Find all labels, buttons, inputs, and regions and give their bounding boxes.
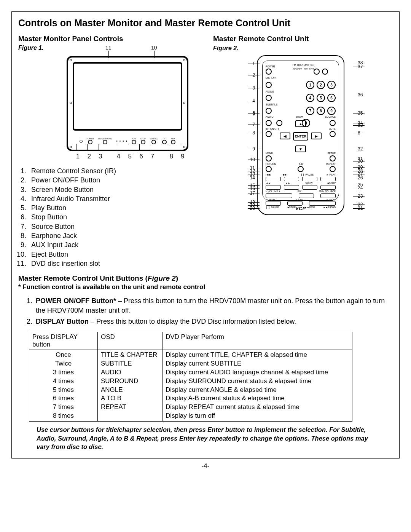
- monitor-outer: POWER SCREEN MODE • • • • PLAY STOP SOUR…: [67, 56, 188, 151]
- remote-button-desc-list: POWER ON/OFF Button* – Press this button…: [27, 296, 393, 326]
- left-column: Master Monitor Panel Controls Figure 1. …: [18, 32, 198, 268]
- list-item: DISPLAY Button – Press this button to di…: [34, 317, 393, 326]
- list-item: Power ON/OFF Button: [28, 176, 198, 185]
- display-table: Press DISPLAY button OSD DVD Player Perf…: [29, 332, 352, 422]
- dpad: ▲ ◀ ▶ ▼ ENTER: [280, 123, 322, 150]
- callout-11: 11: [105, 45, 112, 51]
- monitor-button-row: POWER SCREEN MODE • • • • PLAY STOP SOUR…: [80, 138, 175, 144]
- remote-panel: POWER FM TRANSMITTER ON/OFF SELECT: [262, 61, 339, 201]
- monitor-screen: [73, 62, 182, 131]
- monitor-heading: Master Monitor Panel Controls: [18, 35, 198, 43]
- monitor-controls-list: Remote Control Sensor (IR) Power ON/OFF …: [20, 166, 198, 268]
- list-item: Eject Button: [28, 250, 198, 259]
- callout-10: 10: [151, 45, 157, 51]
- list-item: Play Button: [28, 203, 198, 212]
- list-item: Screen Mode Button: [28, 185, 198, 194]
- remote-heading: Master Remote Control Unit: [213, 35, 393, 43]
- function-note: * Function control is available on the u…: [18, 283, 393, 291]
- page-frame: Controls on Master Monitor and Master Re…: [11, 11, 400, 459]
- remote-figure: POWER FM TRANSMITTER ON/OFF SELECT: [221, 52, 392, 220]
- remote-buttons-heading: Master Remote Control Unit Buttons (Figu…: [18, 274, 393, 283]
- right-column: Master Remote Control Unit Figure 2. POW…: [213, 32, 393, 268]
- list-item: POWER ON/OFF Button* – Press this button…: [34, 296, 393, 315]
- page-number: -4-: [11, 462, 400, 470]
- list-item: Earphone Jack: [28, 231, 198, 240]
- list-item: Infrared Audio Transmitter: [28, 194, 198, 203]
- list-item: Stop Button: [28, 212, 198, 222]
- footnote: Use cursor buttons for title/chapter sel…: [37, 425, 371, 451]
- list-item: Source Button: [28, 222, 198, 231]
- vcp-label: VCP: [258, 206, 344, 211]
- list-item: DVD disc insertion slot: [28, 259, 198, 268]
- figure2-label: Figure 2.: [213, 45, 239, 51]
- remote-body: POWER FM TRANSMITTER ON/OFF SELECT: [257, 55, 344, 215]
- figure1-label: Figure 1.: [18, 45, 44, 51]
- list-item: Remote Control Sensor (IR): [28, 166, 198, 176]
- monitor-figure: 11 10 POWER: [59, 45, 196, 163]
- two-columns: Master Monitor Panel Controls Figure 1. …: [18, 32, 393, 268]
- page-title: Controls on Master Monitor and Master Re…: [18, 18, 393, 29]
- list-item: AUX Input Jack: [28, 240, 198, 249]
